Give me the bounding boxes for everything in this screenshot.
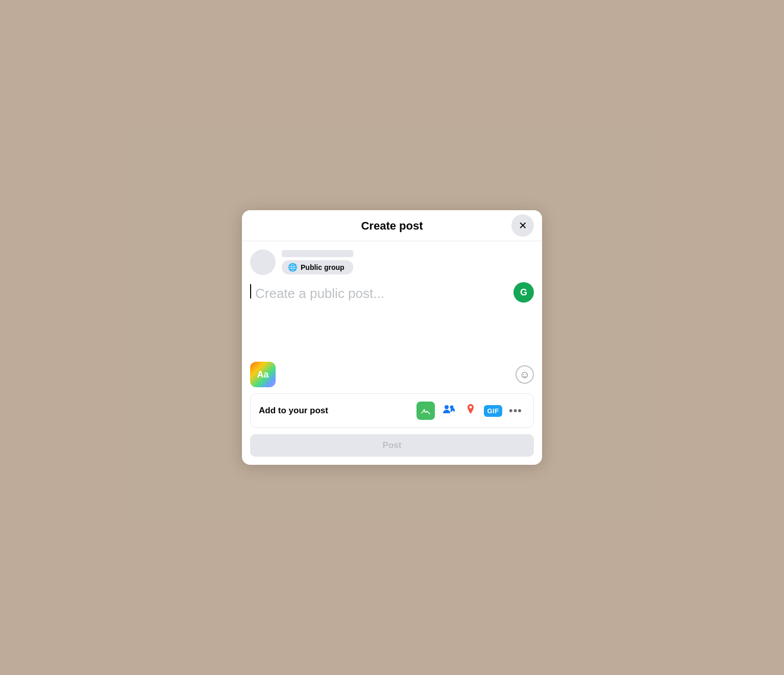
add-to-post-label: Add to your post — [259, 406, 328, 416]
post-input-area[interactable]: Create a public post... G — [250, 282, 534, 354]
add-to-post-box: Add to your post — [250, 393, 534, 428]
font-style-button[interactable]: Aa — [250, 362, 276, 387]
svg-point-2 — [445, 405, 449, 409]
bottom-tools: Aa ☺ — [250, 358, 534, 393]
username-placeholder — [282, 250, 353, 257]
add-to-post-icons: GIF ••• — [416, 401, 525, 420]
close-button[interactable]: ✕ — [511, 214, 534, 237]
avatar — [250, 249, 276, 275]
tag-people-icon — [441, 402, 455, 419]
grammarly-icon: G — [520, 287, 527, 298]
add-gif-button[interactable]: GIF — [483, 401, 503, 420]
post-placeholder: Create a public post... — [251, 282, 534, 305]
font-style-icon: Aa — [257, 369, 268, 380]
more-options-icon: ••• — [509, 404, 522, 417]
add-photo-button[interactable] — [416, 401, 435, 420]
modal-header: Create post ✕ — [242, 210, 542, 241]
user-info: 🌐 Public group — [282, 250, 353, 274]
audience-label: Public group — [301, 263, 345, 271]
modal-body: 🌐 Public group Create a public post... G… — [242, 241, 542, 428]
emoji-icon: ☺ — [520, 369, 530, 381]
close-icon: ✕ — [519, 219, 527, 232]
user-row: 🌐 Public group — [250, 249, 534, 275]
more-options-button[interactable]: ••• — [506, 401, 525, 420]
grammarly-button[interactable]: G — [513, 282, 534, 303]
photo-icon — [416, 402, 435, 420]
svg-point-5 — [470, 406, 472, 409]
tag-people-button[interactable] — [438, 401, 458, 420]
modal-footer: Post — [242, 434, 542, 465]
modal-backdrop: Create post ✕ 🌐 Public group — [0, 0, 784, 675]
add-location-button[interactable] — [461, 401, 480, 420]
globe-icon: 🌐 — [288, 263, 298, 272]
modal-title: Create post — [361, 219, 423, 233]
audience-button[interactable]: 🌐 Public group — [282, 260, 353, 274]
emoji-button[interactable]: ☺ — [516, 365, 534, 384]
location-icon — [463, 402, 478, 419]
create-post-modal: Create post ✕ 🌐 Public group — [242, 210, 542, 465]
gif-icon: GIF — [484, 405, 502, 417]
post-button[interactable]: Post — [250, 434, 534, 457]
